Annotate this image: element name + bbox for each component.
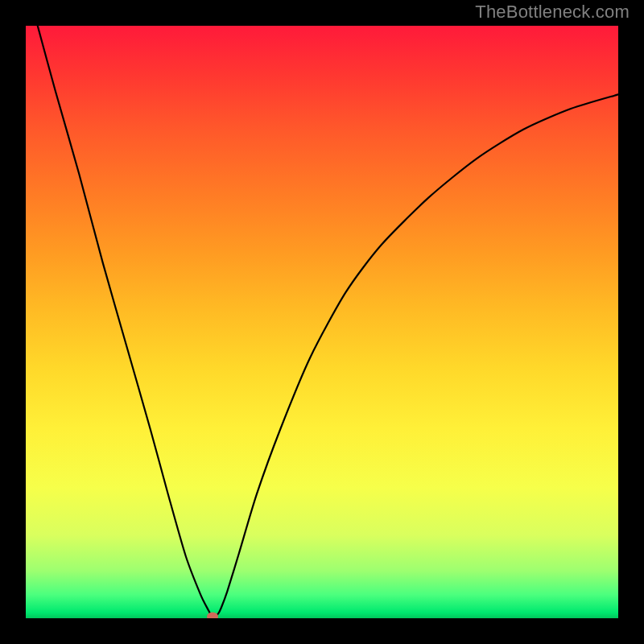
watermark-text: TheBottleneck.com — [475, 2, 630, 23]
current-point-marker — [207, 612, 218, 618]
bottleneck-curve — [26, 26, 618, 618]
chart-frame: TheBottleneck.com — [0, 0, 644, 644]
plot-area — [26, 26, 618, 618]
